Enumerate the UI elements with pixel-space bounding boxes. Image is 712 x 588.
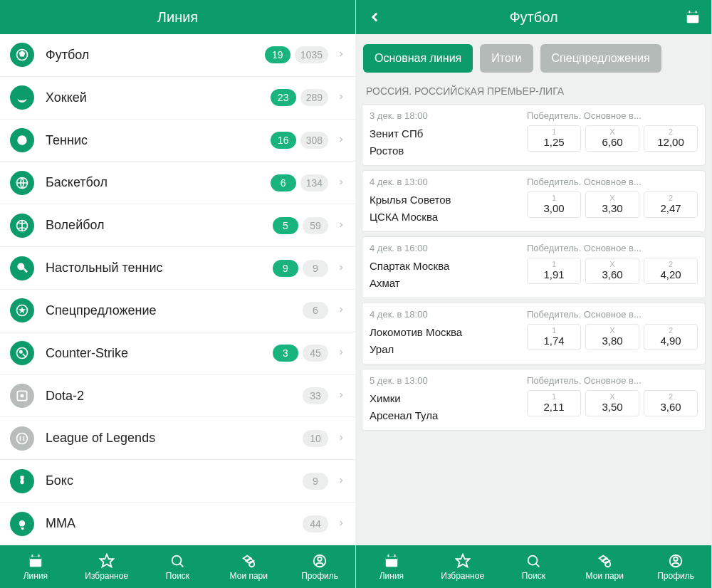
chevron-right-icon (337, 347, 345, 359)
bet-market-title: Победитель. Основное в... (527, 243, 698, 253)
filter-tab[interactable]: Итоги (480, 44, 533, 73)
match-card[interactable]: 3 дек. в 18:00 Зенит СПб Ростов Победите… (362, 104, 706, 166)
chevron-right-icon (337, 91, 345, 104)
odd-cell[interactable]: 2 12,00 (644, 125, 698, 152)
sport-icon (10, 426, 34, 451)
team-1: Химки (370, 390, 527, 407)
nav-label: Линия (379, 571, 404, 581)
sport-row[interactable]: Хоккей 23 289 (0, 77, 355, 120)
match-time: 4 дек. в 16:00 (370, 243, 527, 253)
odd-cell[interactable]: 1 1,91 (527, 258, 581, 284)
odd-cell[interactable]: X 3,60 (585, 258, 639, 284)
odd-cell[interactable]: 1 3,00 (527, 191, 581, 218)
odd-cell[interactable]: 2 4,90 (644, 324, 698, 350)
odd-cell[interactable]: 1 1,74 (527, 324, 581, 350)
odd-cell[interactable]: 1 1,25 (527, 125, 581, 152)
odd-key: 1 (552, 326, 556, 335)
total-count-pill: 10 (303, 430, 328, 447)
nav-item[interactable]: Избранное (427, 552, 498, 581)
calendar-button[interactable] (683, 7, 703, 27)
odd-value: 1,91 (543, 268, 564, 280)
sport-name: MMA (46, 516, 298, 531)
sport-row[interactable]: Волейбол 5 59 (0, 204, 355, 247)
odd-key: 1 (552, 392, 556, 401)
chevron-right-icon (337, 48, 345, 61)
nav-label: Мои пари (230, 571, 268, 581)
svg-marker-32 (456, 555, 469, 567)
odd-value: 2,11 (543, 401, 564, 413)
filter-tab[interactable]: Спецпредложения (540, 44, 661, 73)
odd-cell[interactable]: X 3,30 (585, 191, 639, 218)
sport-name: Counter-Strike (46, 346, 268, 361)
svg-rect-6 (23, 268, 28, 273)
nav-item[interactable]: Линия (0, 552, 71, 581)
odd-cell[interactable]: 2 2,47 (644, 191, 698, 218)
nav-item[interactable]: Мои пари (569, 552, 640, 581)
nav-label: Избранное (85, 571, 128, 581)
back-button[interactable] (365, 7, 384, 27)
odd-key: 2 (669, 260, 673, 268)
sport-row[interactable]: Баскетбол 6 134 (0, 162, 355, 204)
odd-key: 1 (552, 260, 556, 268)
odd-value: 3,00 (543, 202, 564, 214)
nav-item[interactable]: Поиск (498, 552, 570, 581)
football-content: Основная линияИтогиСпецпредложения РОССИ… (356, 34, 711, 545)
sport-name: Dota-2 (46, 389, 298, 404)
nav-item[interactable]: Поиск (142, 552, 214, 581)
sport-row[interactable]: Спецпредложение 6 (0, 290, 355, 332)
odd-cell[interactable]: X 6,60 (585, 125, 639, 152)
sport-row[interactable]: MMA 44 (0, 503, 355, 545)
total-count-pill: 289 (300, 89, 328, 106)
team-1: Локомотив Москва (370, 324, 527, 341)
sport-row[interactable]: Футбол 19 1035 (0, 34, 355, 77)
live-count-pill: 19 (265, 46, 290, 63)
nav-icon (525, 552, 542, 569)
match-card[interactable]: 4 дек. в 18:00 Локомотив Москва Урал Поб… (362, 303, 706, 364)
nav-item[interactable]: Профиль (284, 552, 355, 581)
bet-market-title: Победитель. Основное в... (527, 375, 698, 386)
nav-icon (98, 552, 115, 569)
odd-value: 12,00 (657, 136, 684, 148)
sport-icon (10, 469, 34, 493)
odd-key: X (609, 392, 614, 401)
sport-row[interactable]: Настольный теннис 9 9 (0, 247, 355, 290)
nav-label: Профиль (301, 571, 338, 581)
nav-item[interactable]: Линия (356, 552, 427, 581)
nav-label: Мои пари (586, 571, 624, 581)
nav-label: Профиль (657, 571, 694, 581)
match-card[interactable]: 5 дек. в 13:00 Химки Арсенал Тула Победи… (362, 369, 706, 431)
sport-row[interactable]: League of Legends 10 (0, 417, 355, 460)
odd-key: 1 (552, 194, 556, 202)
bottom-nav-right: Линия Избранное Поиск Мои пари Профиль (356, 545, 711, 588)
odd-cell[interactable]: 1 2,11 (527, 390, 581, 416)
odd-cell[interactable]: X 3,80 (585, 324, 639, 350)
nav-item[interactable]: Избранное (71, 552, 142, 581)
nav-icon (383, 552, 400, 569)
nav-item[interactable]: Профиль (640, 552, 711, 581)
match-info: 3 дек. в 18:00 Зенит СПб Ростов (370, 110, 527, 159)
sport-row[interactable]: Counter-Strike 3 45 (0, 332, 355, 375)
sport-row[interactable]: Бокс 9 (0, 460, 355, 503)
match-time: 4 дек. в 13:00 (370, 177, 527, 187)
nav-item[interactable]: Мои пари (213, 552, 284, 581)
sport-name: Спецпредложение (46, 303, 298, 318)
filter-tab[interactable]: Основная линия (363, 44, 473, 73)
odd-cell[interactable]: 2 3,60 (644, 390, 698, 416)
nav-icon (667, 552, 684, 569)
sport-name: Футбол (46, 48, 261, 63)
match-odds: Победитель. Основное в... 1 1,25 X 6,60 … (527, 110, 698, 159)
bottom-nav-left: Линия Избранное Поиск Мои пари Профиль (0, 545, 355, 588)
match-info: 5 дек. в 13:00 Химки Арсенал Тула (370, 375, 527, 424)
match-card[interactable]: 4 дек. в 13:00 Крылья Советов ЦСКА Москв… (362, 170, 706, 232)
odd-value: 4,90 (660, 335, 681, 347)
odd-value: 6,60 (602, 136, 622, 148)
odd-cell[interactable]: 2 4,20 (644, 258, 698, 284)
sport-row[interactable]: Dota-2 33 (0, 375, 355, 418)
odd-cell[interactable]: X 3,50 (585, 390, 639, 416)
match-card[interactable]: 4 дек. в 16:00 Спартак Москва Ахмат Побе… (362, 236, 706, 298)
sport-name: Волейбол (46, 218, 268, 233)
sport-row[interactable]: Теннис 16 308 (0, 120, 355, 162)
svg-line-20 (180, 564, 184, 567)
nav-icon (454, 552, 471, 569)
chevron-right-icon (337, 219, 345, 232)
